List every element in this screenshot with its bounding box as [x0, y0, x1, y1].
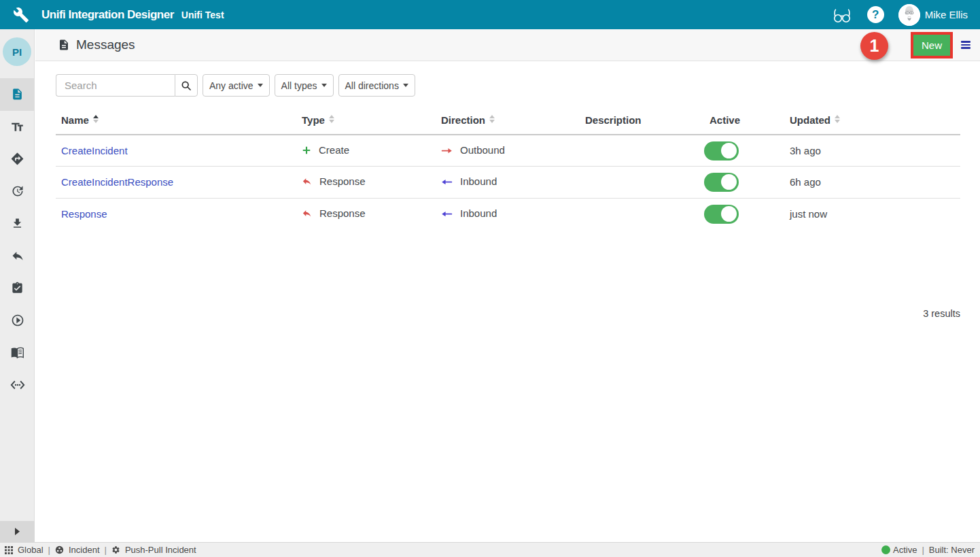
direction-label: Inbound	[460, 207, 497, 219]
sidebar-item-run[interactable]	[0, 305, 35, 337]
reply-icon	[302, 176, 312, 188]
table-header-row: Name Type Direction Description Active U…	[56, 109, 960, 135]
messages-table: Name Type Direction Description Active U…	[56, 109, 960, 230]
toggle-knob	[721, 174, 737, 190]
magnifier-icon	[181, 80, 192, 91]
user-name[interactable]: Mike Ellis	[925, 9, 968, 20]
active-filter-dropdown[interactable]: Any active	[203, 74, 270, 97]
cell-active	[704, 198, 784, 230]
wrench-icon	[13, 7, 29, 23]
sort-icon	[489, 115, 495, 123]
text-fields-icon	[10, 120, 24, 134]
column-header-direction[interactable]: Direction	[436, 109, 580, 135]
column-label: Name	[61, 114, 89, 126]
column-label: Updated	[790, 114, 830, 126]
cell-type: Response	[296, 167, 436, 199]
cell-updated: 6h ago	[784, 167, 960, 199]
sort-icon	[329, 115, 334, 123]
status-bar: Global | Incident | Push-Pull Incident A…	[0, 542, 980, 557]
column-header-type[interactable]: Type	[296, 109, 436, 135]
reply-icon	[302, 208, 312, 220]
code-icon	[10, 377, 25, 392]
messages-content: Any active All types All directions Name…	[35, 61, 980, 319]
caret-down-icon	[403, 84, 408, 87]
sidebar-item-documentation[interactable]	[0, 337, 35, 369]
active-toggle[interactable]	[704, 173, 739, 192]
annotation-step-badge: 1	[860, 32, 888, 60]
sidebar-item-fields[interactable]	[0, 111, 35, 144]
sort-icon	[93, 115, 99, 123]
statusbar-item-label: Push-Pull Incident	[125, 545, 196, 555]
cell-description	[580, 198, 704, 230]
cell-name: Response	[56, 198, 296, 230]
cell-direction: Outbound	[436, 135, 580, 167]
avatar-face-icon	[898, 4, 920, 26]
message-name-link[interactable]: Response	[61, 208, 107, 220]
page-header: Messages 1 New	[35, 29, 980, 61]
clipboard-check-icon	[11, 282, 24, 294]
sidebar-expand-button[interactable]	[0, 521, 35, 542]
cell-name: CreateIncidentResponse	[56, 167, 296, 199]
sidebar-item-scripts[interactable]	[0, 369, 35, 402]
caret-down-icon	[321, 84, 327, 87]
left-sidebar: PI	[0, 29, 35, 542]
statusbar-integration[interactable]: Incident	[55, 545, 100, 555]
hamburger-bar	[961, 44, 970, 46]
cell-active	[704, 167, 784, 199]
column-label: Direction	[441, 114, 485, 126]
column-label: Active	[710, 114, 740, 126]
hamburger-menu-icon[interactable]	[961, 41, 970, 49]
book-icon	[10, 345, 24, 360]
gear-icon	[111, 545, 120, 554]
arrow-left-icon	[441, 209, 453, 220]
statusbar-process[interactable]: Push-Pull Incident	[111, 545, 196, 555]
history-clock-icon	[11, 184, 24, 198]
new-button[interactable]: New	[913, 35, 950, 56]
user-avatar[interactable]	[898, 4, 920, 26]
active-toggle[interactable]	[704, 205, 739, 224]
results-count: 3 results	[56, 308, 960, 319]
separator: |	[48, 545, 50, 555]
cell-type: Create	[296, 135, 436, 167]
search-group	[56, 74, 198, 97]
sidebar-item-import[interactable]	[0, 207, 35, 240]
workspace-avatar[interactable]: PI	[3, 37, 31, 66]
sidebar-nav	[0, 78, 34, 401]
app-title: Unifi Integration Designer	[41, 8, 174, 22]
column-header-updated[interactable]: Updated	[784, 109, 960, 135]
sidebar-item-tasks[interactable]	[0, 272, 35, 305]
statusbar-global[interactable]: Global	[5, 545, 43, 555]
annotation-highlight-box: New	[911, 32, 953, 58]
active-toggle[interactable]	[704, 141, 739, 161]
column-header-description[interactable]: Description	[580, 109, 704, 135]
main-area: Messages 1 New Any active All types All	[35, 29, 980, 542]
message-name-link[interactable]: CreateIncidentResponse	[61, 176, 173, 188]
glasses-icon[interactable]	[833, 8, 851, 23]
help-icon[interactable]: ?	[867, 6, 884, 23]
sidebar-item-responses[interactable]	[0, 240, 35, 273]
search-input[interactable]	[56, 74, 175, 97]
column-header-active[interactable]: Active	[704, 109, 784, 135]
plus-icon	[302, 146, 311, 157]
search-button[interactable]	[175, 74, 198, 97]
sidebar-item-history[interactable]	[0, 175, 35, 208]
cell-active	[704, 135, 784, 167]
instance-name[interactable]: Unifi Test	[181, 10, 224, 20]
filter-toolbar: Any active All types All directions	[56, 74, 980, 97]
sidebar-item-messages[interactable]	[0, 78, 35, 111]
direction-label: Outbound	[460, 144, 505, 156]
sidebar-item-transport[interactable]	[0, 143, 35, 175]
column-header-name[interactable]: Name	[56, 109, 296, 135]
message-name-link[interactable]: CreateIncident	[61, 145, 128, 156]
column-label: Description	[585, 114, 642, 126]
direction-filter-dropdown[interactable]: All directions	[338, 74, 415, 97]
cell-type: Response	[296, 198, 436, 230]
reply-icon	[11, 249, 24, 263]
statusbar-item-label: Global	[18, 545, 43, 555]
cell-direction: Inbound	[436, 198, 580, 230]
cell-description	[580, 135, 704, 167]
download-icon	[11, 217, 24, 230]
arrow-left-icon	[441, 177, 453, 188]
type-filter-dropdown[interactable]: All types	[275, 74, 334, 97]
messages-document-icon	[58, 38, 70, 52]
